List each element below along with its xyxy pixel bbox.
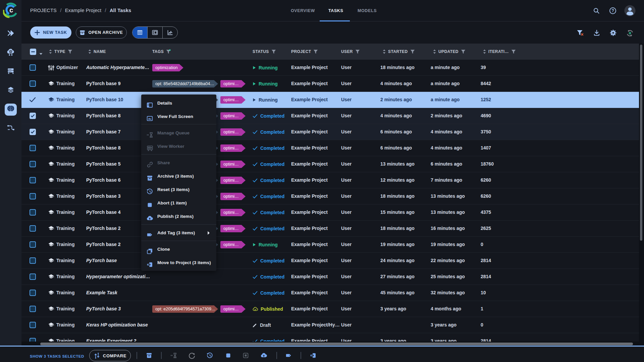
svg-text:c: c	[9, 6, 13, 14]
svg-text:?: ?	[611, 8, 614, 13]
